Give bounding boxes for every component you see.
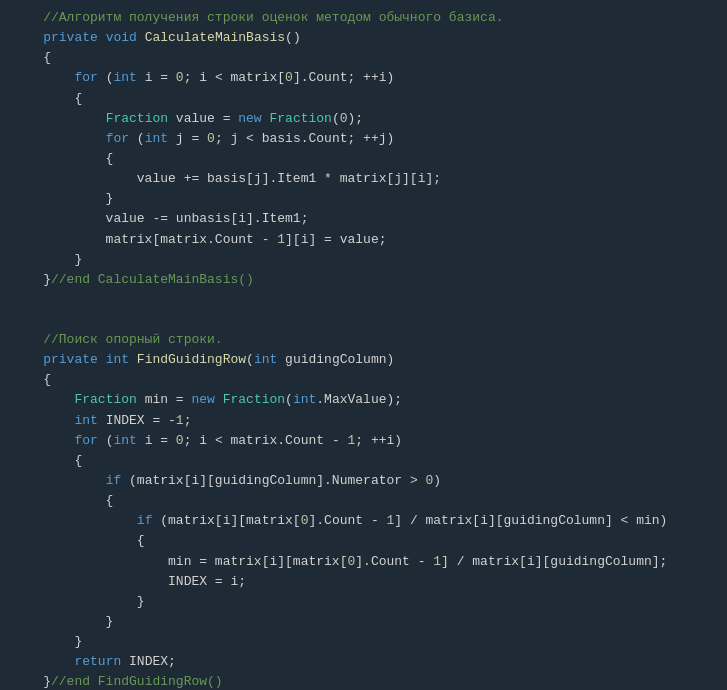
code-line: { <box>0 149 727 169</box>
code-line: } <box>0 189 727 209</box>
code-line: { <box>0 370 727 390</box>
code-line: if (matrix[i][guidingColumn].Numerator >… <box>0 471 727 491</box>
code-line: { <box>0 89 727 109</box>
code-line: { <box>0 531 727 551</box>
code-editor: //Алгоритм получения строки оценок метод… <box>0 0 727 690</box>
code-line: for (int j = 0; j < basis.Count; ++j) <box>0 129 727 149</box>
code-line: { <box>0 451 727 471</box>
code-line: Fraction min = new Fraction(int.MaxValue… <box>0 390 727 410</box>
code-line: matrix[matrix.Count - 1][i] = value; <box>0 230 727 250</box>
code-line: } <box>0 250 727 270</box>
code-line: Fraction value = new Fraction(0); <box>0 109 727 129</box>
code-line: }//end FindGuidingRow() <box>0 672 727 690</box>
code-line: } <box>0 592 727 612</box>
code-line <box>0 310 727 330</box>
code-line: return INDEX; <box>0 652 727 672</box>
code-line: { <box>0 491 727 511</box>
code-line: INDEX = i; <box>0 572 727 592</box>
code-line: //Алгоритм получения строки оценок метод… <box>0 8 727 28</box>
code-line: } <box>0 632 727 652</box>
code-line: if (matrix[i][matrix[0].Count - 1] / mat… <box>0 511 727 531</box>
code-line: { <box>0 48 727 68</box>
code-line: }//end CalculateMainBasis() <box>0 270 727 290</box>
code-line: value -= unbasis[i].Item1; <box>0 209 727 229</box>
code-line: //Поиск опорный строки. <box>0 330 727 350</box>
code-line: } <box>0 612 727 632</box>
code-line: private int FindGuidingRow(int guidingCo… <box>0 350 727 370</box>
code-line: for (int i = 0; i < matrix.Count - 1; ++… <box>0 431 727 451</box>
code-line <box>0 290 727 310</box>
code-line: private void CalculateMainBasis() <box>0 28 727 48</box>
code-line: int INDEX = -1; <box>0 411 727 431</box>
code-line: value += basis[j].Item1 * matrix[j][i]; <box>0 169 727 189</box>
code-line: for (int i = 0; i < matrix[0].Count; ++i… <box>0 68 727 88</box>
code-line: min = matrix[i][matrix[0].Count - 1] / m… <box>0 552 727 572</box>
